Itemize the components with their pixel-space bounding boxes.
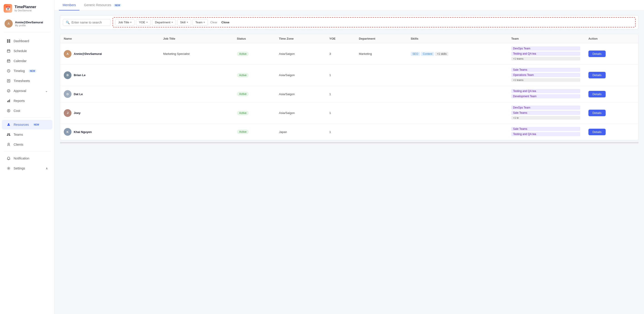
cell-department	[355, 124, 407, 140]
cell-department	[355, 86, 407, 102]
svg-point-27	[9, 134, 10, 135]
details-button[interactable]: Details	[588, 72, 606, 78]
cell-status: Active	[233, 86, 275, 102]
cell-department	[355, 65, 407, 86]
table-row: D Dat Le Active Asia/Saigon 1 Testing an…	[60, 86, 638, 102]
cell-skills	[407, 86, 508, 102]
cell-action: Details	[585, 86, 638, 102]
bell-icon	[6, 156, 11, 161]
cell-timezone: Asia/Saigon	[275, 86, 326, 102]
cell-status: Active	[233, 65, 275, 86]
cell-skills	[407, 65, 508, 86]
table-row: A Annie@DevSamurai Marketing Specialist …	[60, 43, 638, 65]
sidebar-item-dashboard[interactable]: Dashboard	[2, 36, 52, 46]
cell-timezone: Asia/Saigon	[275, 43, 326, 65]
skill-tag: +1 skills	[435, 52, 448, 56]
logo: 📅 TimePlanner by DevSamurai	[0, 0, 54, 17]
status-badge: Active	[237, 111, 249, 115]
sidebar-item-timelog[interactable]: Timelog NEW	[2, 66, 52, 76]
cell-status: Active	[233, 124, 275, 140]
sidebar-item-timesheets[interactable]: Timesheets	[2, 76, 52, 86]
chevron-down-icon: ▾	[187, 21, 188, 24]
cell-skills	[407, 124, 508, 140]
sidebar-item-schedule[interactable]: Schedule	[2, 46, 52, 56]
col-name: Name	[60, 34, 160, 43]
sidebar-item-calendar[interactable]: Calendar	[2, 56, 52, 66]
team-tag: DevOps Team	[511, 106, 580, 110]
sidebar-item-notification[interactable]: Notification	[2, 154, 52, 163]
col-timezone: Time Zone	[275, 34, 326, 43]
details-button[interactable]: Details	[588, 91, 606, 97]
sidebar-item-label: Approval	[14, 89, 26, 93]
cell-status: Active	[233, 43, 275, 65]
team-tag: DevOps Team	[511, 46, 580, 50]
cell-timezone: Asia/Saigon	[275, 102, 326, 124]
avatar: A	[4, 19, 13, 28]
cell-teams: Sale TeamsTesting and QA tea	[508, 124, 585, 140]
team-tag: +1 te	[511, 116, 580, 120]
team-tag: Operations Team	[511, 73, 580, 77]
divider-mid	[4, 118, 50, 118]
sidebar: 📅 TimePlanner by DevSamurai A Annie@DevS…	[0, 0, 54, 314]
member-name: Dat Le	[74, 92, 83, 96]
filter-clear-button[interactable]: Clear	[209, 21, 218, 24]
sidebar-item-label: Dashboard	[14, 39, 29, 43]
cell-job-title	[160, 65, 233, 86]
cell-action: Details	[585, 65, 638, 86]
member-name: Khai Nguyen	[74, 130, 92, 134]
sidebar-item-label: Timelog	[14, 69, 25, 73]
cell-skills: SEOContent+1 skills	[407, 43, 508, 65]
sidebar-item-label: Timesheets	[14, 79, 30, 83]
chevron-up-icon: ∧	[46, 166, 48, 170]
gear-icon	[6, 166, 11, 170]
details-button[interactable]: Details	[588, 129, 606, 135]
filter-chip-team[interactable]: Team ▾	[192, 19, 208, 26]
generic-resources-badge: NEW	[114, 4, 122, 7]
svg-rect-19	[8, 100, 9, 102]
app-subtitle: by DevSamurai	[14, 9, 36, 12]
sidebar-item-approval[interactable]: Approval ⌄	[2, 86, 52, 96]
tab-generic-resources[interactable]: Generic Resources NEW	[80, 0, 125, 10]
filter-chip-skill[interactable]: Skill ▾	[177, 19, 191, 26]
filter-chip-department[interactable]: Department ▾	[152, 19, 176, 26]
sidebar-nav: Dashboard Schedule Calendar Timelog NEW	[0, 34, 54, 310]
main-content: Members Generic Resources NEW 🔍 Job Titl…	[54, 0, 644, 314]
cell-department	[355, 102, 407, 124]
cell-timezone: Japan	[275, 124, 326, 140]
filter-chip-yoe[interactable]: YOE ▾	[136, 19, 150, 26]
team-tag: +1 teams	[511, 78, 580, 82]
sidebar-item-teams[interactable]: Teams	[2, 130, 52, 139]
sidebar-item-settings[interactable]: Settings ∧	[2, 163, 52, 173]
sidebar-item-clients[interactable]: Clients	[2, 140, 52, 149]
sidebar-item-label: Cost	[14, 109, 20, 113]
sidebar-item-cost[interactable]: Cost	[2, 106, 52, 116]
skill-tag: SEO	[411, 52, 420, 56]
filter-bar: 🔍 Job Title ▾ YOE ▾ Department ▾ Skill	[60, 15, 638, 29]
chevron-down-icon: ▾	[146, 21, 148, 24]
app-name: TimePlanner	[14, 5, 36, 9]
sidebar-item-reports[interactable]: Reports	[2, 96, 52, 106]
sidebar-item-resources[interactable]: Resources NEW	[2, 120, 52, 129]
search-input[interactable]	[72, 21, 108, 24]
tab-members[interactable]: Members	[59, 0, 80, 10]
user-info: Annie@DevSamurai My profile	[15, 21, 43, 27]
svg-rect-3	[9, 41, 10, 43]
user-profile[interactable]: A Annie@DevSamurai My profile	[0, 17, 54, 30]
col-yoe: YOE	[326, 34, 355, 43]
svg-rect-2	[7, 41, 8, 43]
sidebar-item-label: Teams	[14, 133, 23, 136]
cell-action: Details	[585, 124, 638, 140]
details-button[interactable]: Details	[588, 50, 606, 57]
filter-close-button[interactable]: Close	[220, 20, 231, 25]
member-name: Brian Le	[74, 73, 86, 77]
team-tag: Sale Teams	[511, 68, 580, 72]
filter-chip-job-title[interactable]: Job Title ▾	[115, 19, 134, 26]
cell-status: Active	[233, 102, 275, 124]
cell-yoe: 1	[326, 86, 355, 102]
col-status: Status	[233, 34, 275, 43]
svg-point-26	[8, 134, 8, 135]
clock-icon	[6, 69, 11, 73]
cell-job-title	[160, 102, 233, 124]
details-button[interactable]: Details	[588, 110, 606, 116]
cell-name: A Annie@DevSamurai	[60, 43, 160, 65]
